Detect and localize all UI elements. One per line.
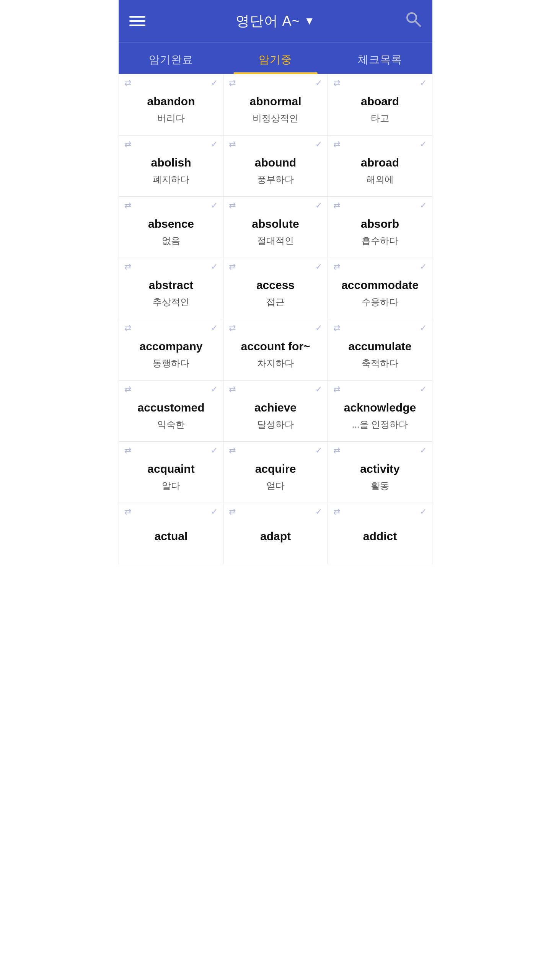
swap-icon[interactable]: ⇄ bbox=[229, 262, 236, 272]
check-icon[interactable]: ✓ bbox=[315, 384, 322, 394]
swap-icon[interactable]: ⇄ bbox=[229, 139, 236, 149]
word-cell[interactable]: ⇄ ✓ access 접근 bbox=[223, 258, 328, 319]
check-icon[interactable]: ✓ bbox=[211, 262, 218, 272]
app-title: 영단어 A~ bbox=[236, 12, 300, 31]
cell-icons: ⇄ ✓ bbox=[119, 323, 223, 333]
tab-memorized[interactable]: 암기완료 bbox=[119, 42, 223, 74]
cell-icons: ⇄ ✓ bbox=[223, 507, 328, 517]
word-english: abroad bbox=[361, 156, 399, 170]
word-cell[interactable]: ⇄ ✓ absolute 절대적인 bbox=[223, 197, 328, 258]
word-cell[interactable]: ⇄ ✓ abolish 폐지하다 bbox=[119, 136, 223, 197]
word-cell[interactable]: ⇄ ✓ accommodate 수용하다 bbox=[328, 258, 432, 319]
check-icon[interactable]: ✓ bbox=[315, 507, 322, 517]
swap-icon[interactable]: ⇄ bbox=[229, 201, 236, 211]
word-korean: 버리다 bbox=[157, 112, 185, 124]
swap-icon[interactable]: ⇄ bbox=[229, 507, 236, 517]
swap-icon[interactable]: ⇄ bbox=[229, 384, 236, 394]
word-korean: ...을 인정하다 bbox=[352, 418, 408, 431]
check-icon[interactable]: ✓ bbox=[315, 323, 322, 333]
word-english: abolish bbox=[151, 156, 191, 170]
swap-icon[interactable]: ⇄ bbox=[333, 201, 340, 211]
word-cell[interactable]: ⇄ ✓ acknowledge ...을 인정하다 bbox=[328, 381, 432, 442]
swap-icon[interactable]: ⇄ bbox=[124, 446, 131, 456]
word-english: accompany bbox=[139, 340, 202, 353]
check-icon[interactable]: ✓ bbox=[420, 323, 427, 333]
check-icon[interactable]: ✓ bbox=[211, 139, 218, 149]
swap-icon[interactable]: ⇄ bbox=[333, 139, 340, 149]
word-korean: 흡수하다 bbox=[362, 235, 398, 247]
word-cell[interactable]: ⇄ ✓ achieve 달성하다 bbox=[223, 381, 328, 442]
check-icon[interactable]: ✓ bbox=[211, 507, 218, 517]
check-icon[interactable]: ✓ bbox=[211, 201, 218, 211]
word-english: accumulate bbox=[348, 340, 411, 353]
word-cell[interactable]: ⇄ ✓ abroad 해외에 bbox=[328, 136, 432, 197]
word-cell[interactable]: ⇄ ✓ abound 풍부하다 bbox=[223, 136, 328, 197]
swap-icon[interactable]: ⇄ bbox=[229, 446, 236, 456]
tab-memorizing[interactable]: 암기중 bbox=[223, 42, 328, 74]
check-icon[interactable]: ✓ bbox=[420, 262, 427, 272]
swap-icon[interactable]: ⇄ bbox=[124, 323, 131, 333]
dropdown-icon[interactable]: ▼ bbox=[304, 15, 315, 27]
check-icon[interactable]: ✓ bbox=[211, 323, 218, 333]
check-icon[interactable]: ✓ bbox=[315, 262, 322, 272]
word-cell[interactable]: ⇄ ✓ addict bbox=[328, 503, 432, 564]
word-cell[interactable]: ⇄ ✓ accompany 동행하다 bbox=[119, 319, 223, 381]
word-cell[interactable]: ⇄ ✓ abnormal 비정상적인 bbox=[223, 74, 328, 136]
word-cell[interactable]: ⇄ ✓ accustomed 익숙한 bbox=[119, 381, 223, 442]
word-english: acquaint bbox=[147, 462, 194, 476]
check-icon[interactable]: ✓ bbox=[420, 507, 427, 517]
check-icon[interactable]: ✓ bbox=[315, 446, 322, 456]
check-icon[interactable]: ✓ bbox=[211, 384, 218, 394]
swap-icon[interactable]: ⇄ bbox=[124, 139, 131, 149]
check-icon[interactable]: ✓ bbox=[315, 139, 322, 149]
swap-icon[interactable]: ⇄ bbox=[333, 262, 340, 272]
tab-checklist[interactable]: 체크목록 bbox=[328, 42, 432, 74]
swap-icon[interactable]: ⇄ bbox=[124, 262, 131, 272]
word-cell[interactable]: ⇄ ✓ activity 활동 bbox=[328, 442, 432, 503]
swap-icon[interactable]: ⇄ bbox=[229, 78, 236, 88]
word-cell[interactable]: ⇄ ✓ accumulate 축적하다 bbox=[328, 319, 432, 381]
word-cell[interactable]: ⇄ ✓ adapt bbox=[223, 503, 328, 564]
swap-icon[interactable]: ⇄ bbox=[333, 323, 340, 333]
check-icon[interactable]: ✓ bbox=[420, 201, 427, 211]
swap-icon[interactable]: ⇄ bbox=[333, 78, 340, 88]
check-icon[interactable]: ✓ bbox=[420, 384, 427, 394]
app-header: 영단어 A~ ▼ bbox=[119, 0, 432, 42]
word-korean: 동행하다 bbox=[153, 357, 189, 369]
title-area[interactable]: 영단어 A~ ▼ bbox=[236, 12, 315, 31]
word-cell[interactable]: ⇄ ✓ abandon 버리다 bbox=[119, 74, 223, 136]
check-icon[interactable]: ✓ bbox=[211, 78, 218, 88]
swap-icon[interactable]: ⇄ bbox=[124, 78, 131, 88]
word-cell[interactable]: ⇄ ✓ account for~ 차지하다 bbox=[223, 319, 328, 381]
word-cell[interactable]: ⇄ ✓ absence 없음 bbox=[119, 197, 223, 258]
swap-icon[interactable]: ⇄ bbox=[333, 384, 340, 394]
check-icon[interactable]: ✓ bbox=[420, 78, 427, 88]
word-cell[interactable]: ⇄ ✓ actual bbox=[119, 503, 223, 564]
word-english: absence bbox=[148, 217, 194, 231]
swap-icon[interactable]: ⇄ bbox=[229, 323, 236, 333]
word-cell[interactable]: ⇄ ✓ acquaint 알다 bbox=[119, 442, 223, 503]
check-icon[interactable]: ✓ bbox=[315, 78, 322, 88]
word-english: accommodate bbox=[341, 278, 419, 292]
swap-icon[interactable]: ⇄ bbox=[124, 384, 131, 394]
check-icon[interactable]: ✓ bbox=[211, 446, 218, 456]
word-korean: 축적하다 bbox=[362, 357, 398, 369]
swap-icon[interactable]: ⇄ bbox=[333, 507, 340, 517]
swap-icon[interactable]: ⇄ bbox=[124, 201, 131, 211]
search-button[interactable] bbox=[405, 11, 422, 31]
swap-icon[interactable]: ⇄ bbox=[333, 446, 340, 456]
word-korean: 접근 bbox=[266, 296, 285, 308]
check-icon[interactable]: ✓ bbox=[420, 446, 427, 456]
word-english: accustomed bbox=[137, 401, 204, 415]
cell-icons: ⇄ ✓ bbox=[119, 446, 223, 456]
word-cell[interactable]: ⇄ ✓ aboard 타고 bbox=[328, 74, 432, 136]
check-icon[interactable]: ✓ bbox=[420, 139, 427, 149]
word-korean: 타고 bbox=[371, 112, 389, 124]
menu-button[interactable] bbox=[129, 16, 145, 26]
word-cell[interactable]: ⇄ ✓ abstract 추상적인 bbox=[119, 258, 223, 319]
check-icon[interactable]: ✓ bbox=[315, 201, 322, 211]
word-cell[interactable]: ⇄ ✓ absorb 흡수하다 bbox=[328, 197, 432, 258]
word-cell[interactable]: ⇄ ✓ acquire 얻다 bbox=[223, 442, 328, 503]
swap-icon[interactable]: ⇄ bbox=[124, 507, 131, 517]
word-english: acquire bbox=[255, 462, 296, 476]
